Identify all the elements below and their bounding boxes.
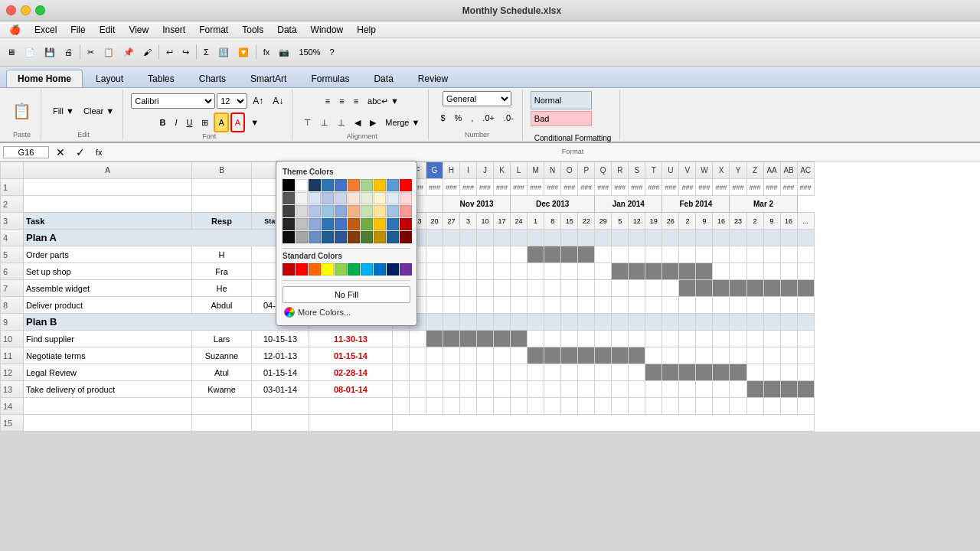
row14-P[interactable] [578,398,595,415]
g12-W[interactable] [696,364,713,381]
color-charcoal[interactable] [283,205,295,217]
row14-Y[interactable] [730,398,746,415]
color-r4-6[interactable] [348,218,360,230]
row1-AC[interactable]: ### [797,179,814,196]
color-near-white[interactable] [296,192,308,204]
row4-P[interactable] [578,230,595,246]
row10-task[interactable]: Find supplier [24,331,192,347]
tab-data[interactable]: Data [362,70,404,87]
g13-Z[interactable] [746,381,763,398]
row8-resp[interactable]: Abdul [192,297,252,314]
bold-button[interactable]: B [155,112,169,132]
g11-T[interactable] [645,347,662,364]
g13-I[interactable] [459,381,476,398]
print-icon[interactable]: 🖨 [60,42,77,62]
g5-G[interactable] [426,246,443,263]
color-gold[interactable] [374,179,386,191]
g13-AB[interactable] [780,381,797,398]
g12-AB[interactable] [780,364,797,381]
g7-O[interactable] [561,280,578,297]
g8-J[interactable] [477,297,494,314]
color-very-light-blue[interactable] [309,192,321,204]
close-button[interactable] [6,5,16,15]
row7-resp[interactable]: He [192,280,252,297]
color-t3-8[interactable] [374,205,386,217]
row13-resp[interactable]: Kwame [192,381,252,398]
g11-Y[interactable] [730,347,746,364]
g10-N[interactable] [544,331,561,347]
color-peach[interactable] [348,192,360,204]
row4-O[interactable] [561,230,578,246]
row4-V[interactable] [679,230,696,246]
col-header-Y[interactable]: Y [730,162,746,179]
std-purple[interactable] [400,263,412,276]
row14-D[interactable] [309,398,393,415]
g8-T[interactable] [645,297,662,314]
g13-K[interactable] [494,381,511,398]
g6-AA[interactable] [763,263,780,280]
clear-button[interactable]: Clear ▼ [80,101,118,121]
g5-AB[interactable] [780,246,797,263]
color-r4-9[interactable] [387,218,399,230]
row1-B[interactable] [192,179,252,196]
plan-a-label[interactable]: Plan A [24,230,309,246]
row4-X[interactable] [713,230,730,246]
g7-T[interactable] [645,280,662,297]
color-r5-6[interactable] [348,231,360,243]
g11-R[interactable] [612,347,629,364]
row9-V[interactable] [679,314,696,331]
std-blue[interactable] [374,263,386,276]
g7-Q[interactable] [595,280,612,297]
g11-Q[interactable] [595,347,612,364]
g5-I[interactable] [459,246,476,263]
g10-Q[interactable] [595,331,612,347]
g11-M[interactable] [528,347,544,364]
g13-L[interactable] [511,381,528,398]
color-r5-5[interactable] [335,231,347,243]
g8-Y[interactable] [730,297,746,314]
color-t3-9[interactable] [387,205,399,217]
g6-R[interactable] [612,263,629,280]
g7-J[interactable] [477,280,494,297]
g12-V[interactable] [679,364,696,381]
row14-N[interactable] [544,398,561,415]
g12-N[interactable] [544,364,561,381]
g6-AB[interactable] [780,263,797,280]
no-fill-button[interactable]: No Fill [283,286,410,303]
align-center-button[interactable]: ≡ [335,91,348,111]
g6-H[interactable] [443,263,459,280]
g12-L[interactable] [511,364,528,381]
help-icon[interactable]: ? [326,42,338,62]
currency-button[interactable]: $ [436,108,449,128]
align-right-button[interactable]: ≡ [350,91,362,111]
color-r4-3[interactable] [309,218,321,230]
row4-Q[interactable] [595,230,612,246]
header-task[interactable]: Task [24,213,192,230]
g5-AA[interactable] [763,246,780,263]
g11-X[interactable] [713,347,730,364]
row14-R[interactable] [612,398,629,415]
row4-AB[interactable] [780,230,797,246]
g10-AC[interactable] [797,331,814,347]
g13-J[interactable] [477,381,494,398]
color-pale-blue[interactable] [387,192,399,204]
g11-O[interactable] [561,347,578,364]
g7-AC[interactable] [797,280,814,297]
row12-task[interactable]: Legal Review [24,364,192,381]
row14-T[interactable] [645,398,662,415]
g8-N[interactable] [544,297,561,314]
g6-L[interactable] [511,263,528,280]
color-sky-blue[interactable] [387,179,399,191]
menu-excel[interactable]: Excel [28,23,63,37]
font-size-select[interactable]: 12 [217,93,247,109]
color-r4-10[interactable] [400,218,412,230]
g5-AC[interactable] [797,246,814,263]
g6-P[interactable] [578,263,595,280]
g5-W[interactable] [696,246,713,263]
g10-AA[interactable] [763,331,780,347]
finder-icon[interactable]: 🖥 [3,42,19,62]
tab-tables[interactable]: Tables [136,70,186,87]
g7-U[interactable] [662,280,679,297]
g11-AB[interactable] [780,347,797,364]
g7-L[interactable] [511,280,528,297]
